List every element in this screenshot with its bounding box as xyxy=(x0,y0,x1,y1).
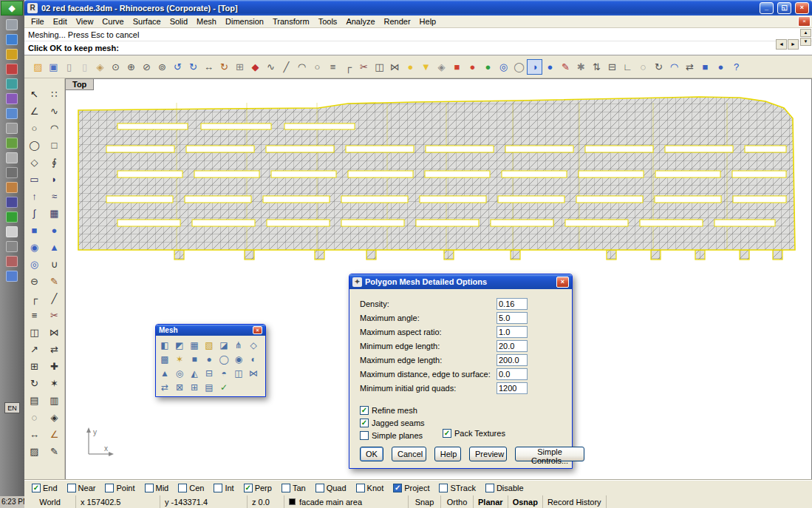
preview-button[interactable]: Preview xyxy=(469,447,507,461)
mesh-check-icon[interactable]: ✓ xyxy=(216,380,231,394)
magnifier-icon[interactable]: ◌ xyxy=(635,59,651,75)
menu-item[interactable]: Solid xyxy=(166,16,192,27)
polyline-icon[interactable]: ∠ xyxy=(24,103,44,120)
maximum-aspect-ratio-input[interactable] xyxy=(497,326,528,338)
osnap-checkbox-icon[interactable] xyxy=(105,484,114,492)
minimum-edge-length-input[interactable] xyxy=(497,340,528,352)
osnap-checkbox-icon[interactable] xyxy=(32,484,41,492)
join-icon[interactable]: ⋈ xyxy=(387,59,403,75)
mesh-patch-icon[interactable]: ▧ xyxy=(202,338,216,352)
osnap-perp-checkbox[interactable]: Perp xyxy=(244,484,272,492)
command-area[interactable]: Meshing... Press Esc to cancel Click OK … xyxy=(24,28,812,55)
taskbar-item-icon[interactable] xyxy=(6,78,18,89)
line-tools-icon[interactable]: ╱ xyxy=(279,59,294,75)
surface-plane-icon[interactable]: ▭ xyxy=(24,171,44,188)
polygon-mesh-options-dialog[interactable]: ✦ Polygon Mesh Detailed Options × Densit… xyxy=(349,274,573,469)
taskbar-item-icon[interactable] xyxy=(6,256,18,267)
mesh-explode-icon[interactable]: ✶ xyxy=(172,352,187,366)
mesh-collapse-icon[interactable]: ⊠ xyxy=(172,380,187,394)
osnap-checkbox-icon[interactable] xyxy=(356,484,365,492)
offset-curve-icon[interactable]: ≡ xyxy=(24,307,44,324)
record-history-pane[interactable]: Record History xyxy=(543,495,607,508)
osnap-disable-checkbox[interactable]: Disable xyxy=(485,484,524,492)
taskbar-item-icon[interactable] xyxy=(6,19,18,30)
osnap-point-checkbox[interactable]: Point xyxy=(105,484,134,492)
box-icon[interactable]: ■ xyxy=(24,222,44,239)
rotate-icon[interactable]: ↻ xyxy=(216,59,232,75)
split-icon[interactable]: ◫ xyxy=(372,59,387,75)
dim-linear-icon[interactable]: ↔ xyxy=(24,426,44,443)
dialog-checkbox-icon[interactable] xyxy=(360,406,369,415)
viewport-title-tab[interactable]: Top xyxy=(66,79,94,90)
mesh-grid-icon[interactable]: ⊞ xyxy=(187,380,202,394)
snap-pane[interactable]: Snap xyxy=(409,495,441,508)
taskbar-item-icon[interactable] xyxy=(6,64,18,75)
revolve-icon[interactable]: ◗ xyxy=(44,171,64,188)
maximum-angle-input[interactable] xyxy=(497,312,528,324)
jagged-seams-checkbox[interactable]: Jagged seams xyxy=(360,418,563,428)
mirror-tool-icon[interactable]: ⇄ xyxy=(44,341,64,358)
dialog-checkbox-icon[interactable] xyxy=(360,419,369,427)
mesh-cube-icon[interactable]: ■ xyxy=(187,352,202,366)
torus-icon[interactable]: ◎ xyxy=(24,256,44,273)
mesh-cylinder-icon[interactable]: ◉ xyxy=(231,352,246,366)
maximum-distance-input[interactable] xyxy=(497,368,528,380)
trim-icon[interactable]: ✂ xyxy=(356,59,372,75)
blue-box-icon[interactable]: ■ xyxy=(697,59,713,75)
taskbar-item-icon[interactable] xyxy=(6,138,18,149)
nav-left-icon[interactable]: ◄ xyxy=(776,39,787,50)
curve-tools-icon[interactable]: ∿ xyxy=(263,59,279,75)
settings-gear-icon[interactable]: ✱ xyxy=(573,59,589,75)
sphere-icon[interactable]: ● xyxy=(44,222,64,239)
osnap-checkbox-icon[interactable] xyxy=(145,484,154,492)
osnap-checkbox-icon[interactable] xyxy=(485,484,494,492)
refine-mesh-checkbox[interactable]: Refine mesh xyxy=(360,405,563,416)
osnap-quad-checkbox[interactable]: Quad xyxy=(315,484,347,492)
pan-view-icon[interactable]: ◈ xyxy=(92,59,108,75)
hatch-icon[interactable]: ▨ xyxy=(24,443,44,460)
sweep-icon[interactable]: ∫ xyxy=(24,205,44,222)
osnap-strack-checkbox[interactable]: STrack xyxy=(439,484,475,492)
menu-item[interactable]: View xyxy=(72,16,98,27)
mesh-unweld-icon[interactable]: ⇄ xyxy=(157,380,172,394)
rotate-view-icon[interactable]: ↻ xyxy=(651,59,666,75)
osnap-cen-checkbox[interactable]: Cen xyxy=(178,484,204,492)
rotate-tool-icon[interactable]: ↻ xyxy=(24,375,44,392)
hide-objects-icon[interactable]: ◌ xyxy=(24,409,44,426)
ortho-pane[interactable]: Ortho xyxy=(441,495,474,508)
rectangle-icon[interactable]: □ xyxy=(44,137,64,154)
blue-cylinder-icon[interactable]: ● xyxy=(713,59,729,75)
undo-icon[interactable]: ↺ xyxy=(170,59,185,75)
taskbar-item-icon[interactable] xyxy=(6,241,18,252)
fillet-icon[interactable]: ┌ xyxy=(341,59,356,75)
close-button[interactable]: × xyxy=(795,2,809,14)
osnap-knot-checkbox[interactable]: Knot xyxy=(356,484,384,492)
array-tool-icon[interactable]: ⊞ xyxy=(24,358,44,375)
document-close-icon[interactable]: × xyxy=(798,16,811,27)
loft-icon[interactable]: ≈ xyxy=(44,188,64,205)
scroll-up-icon[interactable]: ▲ xyxy=(800,29,811,37)
blue-torus-icon[interactable]: ◎ xyxy=(496,59,511,75)
scale-tool-icon[interactable]: ↗ xyxy=(24,341,44,358)
arc-icon[interactable]: ◠ xyxy=(44,120,64,137)
mesh-truncated-cone-icon[interactable]: ◭ xyxy=(187,366,202,380)
taskbar-item-icon[interactable] xyxy=(6,49,18,60)
menu-item[interactable]: Mesh xyxy=(192,16,221,27)
layer-pane[interactable]: facade main area xyxy=(284,495,409,508)
named-view-icon[interactable]: ⊟ xyxy=(604,59,620,75)
dialog-checkbox-icon[interactable] xyxy=(360,431,369,440)
zoom-selected-icon[interactable]: ⊘ xyxy=(139,59,154,75)
move-icon[interactable]: ↔ xyxy=(201,59,216,75)
restore-button[interactable]: ◱ xyxy=(777,2,791,14)
taskbar-item-icon[interactable] xyxy=(6,271,18,282)
menu-item[interactable]: Edit xyxy=(49,16,72,27)
maximum-edge-length-input[interactable] xyxy=(497,354,528,366)
circle-tools-icon[interactable]: ○ xyxy=(310,59,325,75)
notes-icon[interactable]: ✎ xyxy=(44,443,64,460)
offset-icon[interactable]: ≡ xyxy=(325,59,341,75)
select-arrow-icon[interactable]: ↖ xyxy=(24,86,44,103)
mesh-array-icon[interactable]: ▩ xyxy=(157,352,172,366)
ok-button[interactable]: OK xyxy=(360,447,383,461)
mesh-sweep-icon[interactable]: ◪ xyxy=(216,338,231,352)
taskbar-item-icon[interactable] xyxy=(6,34,18,45)
